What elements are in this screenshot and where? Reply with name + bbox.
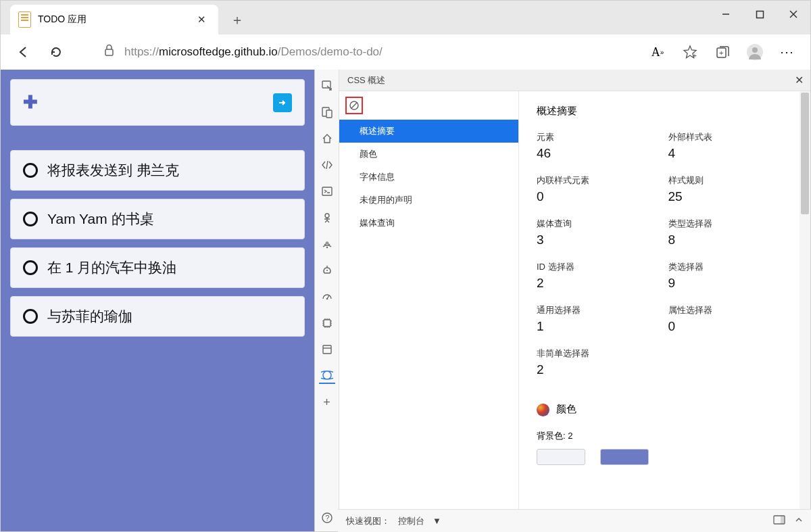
tab-favicon [18, 11, 31, 28]
panel-title: CSS 概述 [347, 74, 385, 87]
back-button[interactable] [10, 39, 37, 66]
lighthouse-icon[interactable] [319, 262, 335, 279]
window-close-button[interactable] [777, 1, 810, 28]
sources-icon[interactable] [319, 210, 335, 226]
nav-fonts[interactable]: 字体信息 [339, 166, 518, 189]
stat-label: 非简单选择器 [537, 347, 662, 360]
window-maximize-button[interactable] [743, 1, 777, 28]
read-aloud-button[interactable]: A» [644, 39, 671, 66]
panel-header: CSS 概述 ✕ [339, 70, 810, 91]
stat-value: 4 [668, 146, 793, 161]
colors-heading: 颜色 [537, 403, 793, 416]
nav-unused[interactable]: 未使用的声明 [339, 189, 518, 212]
svg-rect-10 [322, 81, 330, 88]
expand-icon[interactable] [795, 516, 803, 526]
svg-rect-1 [756, 11, 763, 18]
clear-overview-button[interactable] [345, 97, 363, 114]
stat-value: 0 [537, 189, 662, 204]
todo-item[interactable]: 在 1 月的汽车中换油 [10, 247, 305, 288]
stat-value: 1 [537, 319, 662, 334]
todo-checkbox[interactable] [23, 212, 38, 226]
stat-block: 内联样式元素0 [537, 174, 662, 204]
svg-rect-12 [326, 110, 332, 118]
stat-label: 属性选择器 [668, 304, 793, 316]
page-content: ✚ 将报表发送到 弗兰克 Yam Yam 的书桌 在 1 月的汽车中换油 与苏菲… [1, 70, 314, 532]
browser-tab[interactable]: TODO 应用 ✕ [10, 5, 218, 34]
stat-block: 元素46 [537, 131, 662, 161]
panel-close-button[interactable]: ✕ [795, 74, 804, 87]
todo-checkbox[interactable] [23, 309, 38, 324]
stat-value: 3 [537, 233, 662, 247]
quickview-label: 快速视图： [346, 515, 390, 527]
url-text: https://microsoftedge.github.io/Demos/de… [124, 45, 383, 59]
stat-value: 2 [537, 276, 662, 291]
css-overview-icon[interactable] [319, 368, 335, 384]
elements-icon[interactable] [319, 157, 335, 173]
help-icon[interactable]: ? [319, 510, 335, 526]
svg-point-15 [326, 247, 327, 248]
home-icon[interactable] [319, 130, 335, 147]
add-icon: ✚ [23, 92, 38, 113]
inspect-icon[interactable] [319, 78, 335, 94]
stat-block: 类型选择器8 [668, 218, 793, 247]
stat-value: 9 [668, 276, 793, 291]
bgcolor-label: 背景色: 2 [537, 430, 793, 442]
more-button[interactable]: ··· [774, 39, 801, 66]
color-swatch[interactable] [600, 449, 649, 465]
performance-icon[interactable] [319, 289, 335, 305]
stat-label: 样式规则 [668, 174, 793, 187]
todo-item[interactable]: Yam Yam 的书桌 [10, 199, 305, 239]
palette-icon [537, 404, 549, 416]
summary-heading: 概述摘要 [537, 105, 793, 118]
stat-label: 通用选择器 [537, 304, 662, 316]
dock-icon[interactable] [773, 515, 785, 527]
stat-block: 通用选择器1 [537, 304, 662, 334]
stat-label: 内联样式元素 [537, 174, 662, 187]
stat-block: 属性选择器0 [668, 304, 793, 334]
color-swatch[interactable] [537, 449, 585, 465]
stat-label: 类型选择器 [668, 218, 793, 230]
tab-close-button[interactable]: ✕ [193, 12, 210, 27]
svg-rect-18 [324, 320, 330, 327]
memory-icon[interactable] [319, 315, 335, 331]
console-icon[interactable] [319, 183, 335, 199]
css-overview-detail: 概述摘要 元素46外部样式表4内联样式元素0样式规则25媒体查询3类型选择器8I… [519, 91, 810, 532]
stat-block: 媒体查询3 [537, 218, 662, 247]
device-icon[interactable] [319, 104, 335, 120]
submit-todo-button[interactable] [273, 93, 292, 112]
new-tab-button[interactable]: ＋ [230, 11, 244, 29]
stat-label: 媒体查询 [537, 218, 662, 230]
more-tools-icon[interactable]: + [319, 394, 335, 410]
application-icon[interactable] [319, 341, 335, 358]
svg-text:+: + [719, 49, 723, 57]
todo-item[interactable]: 与苏菲的瑜伽 [10, 296, 305, 337]
address-bar[interactable]: https://microsoftedge.github.io/Demos/de… [94, 39, 639, 65]
scrollbar-thumb[interactable] [801, 93, 809, 214]
stat-block: ID 选择器2 [537, 261, 662, 291]
svg-point-16 [326, 270, 328, 271]
nav-colors[interactable]: 颜色 [339, 143, 518, 166]
todo-checkbox[interactable] [23, 260, 38, 275]
todo-item[interactable]: 将报表发送到 弗兰克 [10, 150, 305, 191]
nav-media[interactable]: 媒体查询 [339, 212, 518, 235]
svg-rect-26 [781, 516, 785, 524]
network-icon[interactable] [319, 236, 335, 252]
scrollbar[interactable] [800, 91, 810, 532]
stat-value: 25 [668, 189, 793, 204]
devtools-footer: 快速视图： 控制台 ▼ [338, 509, 811, 532]
collections-button[interactable]: + [709, 39, 736, 66]
quickview-value[interactable]: 控制台 [398, 515, 424, 527]
site-lock-icon [103, 44, 115, 61]
stat-block: 非简单选择器2 [537, 347, 662, 377]
todo-checkbox[interactable] [23, 163, 38, 178]
dropdown-icon[interactable]: ▼ [433, 516, 441, 526]
todo-text: 与苏菲的瑜伽 [47, 307, 132, 326]
nav-summary[interactable]: 概述摘要 [339, 120, 518, 143]
svg-rect-4 [105, 49, 113, 55]
new-todo-card[interactable]: ✚ [10, 79, 305, 126]
favorite-button[interactable]: + [677, 39, 704, 66]
svg-point-9 [752, 47, 758, 53]
refresh-button[interactable] [43, 39, 70, 66]
profile-button[interactable] [741, 39, 768, 66]
window-minimize-button[interactable] [709, 1, 743, 28]
